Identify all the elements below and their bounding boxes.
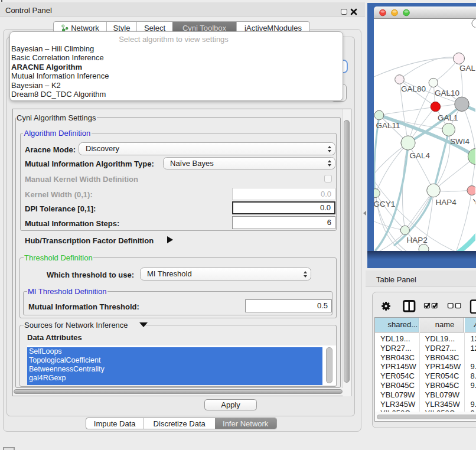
svg-text:GAL2: GAL2 bbox=[459, 64, 475, 73]
svg-text:GAL4: GAL4 bbox=[410, 151, 431, 159]
svg-text:GAL11: GAL11 bbox=[376, 120, 400, 129]
svg-text:GAL10: GAL10 bbox=[435, 89, 459, 97]
svg-text:Y: Y bbox=[473, 197, 476, 206]
svg-text:GAL1: GAL1 bbox=[438, 113, 458, 122]
svg-text:HAP4: HAP4 bbox=[436, 197, 457, 206]
svg-text:GCY1: GCY1 bbox=[374, 199, 395, 208]
svg-text:GAL80: GAL80 bbox=[401, 84, 426, 93]
svg-text:HAP2: HAP2 bbox=[407, 235, 428, 244]
svg-text:SWI4: SWI4 bbox=[450, 137, 470, 146]
